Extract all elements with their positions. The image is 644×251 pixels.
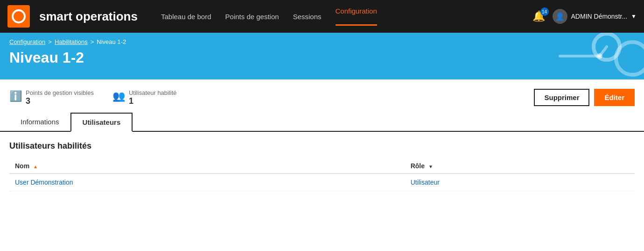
stat-users-value: 1 <box>129 96 177 106</box>
tab-utilisateurs[interactable]: Utilisateurs <box>70 113 133 132</box>
stat-users-label: Utilisateur habilité <box>129 89 177 96</box>
table-header-row: Nom ▲ Rôle ▼ <box>9 158 635 174</box>
section-title: Utilisateurs habilités <box>9 141 635 151</box>
nav-sessions[interactable]: Sessions <box>293 13 322 21</box>
svg-point-4 <box>597 53 602 59</box>
delete-button[interactable]: Supprimer <box>534 89 589 106</box>
users-icon: 👥 <box>112 90 125 102</box>
svg-point-1 <box>616 42 644 75</box>
role-link[interactable]: Utilisateur <box>411 179 440 186</box>
cell-nom: User Démonstration <box>9 174 405 191</box>
user-name: ADMIN Démonstr... <box>571 13 628 20</box>
breadcrumb-current: Niveau 1-2 <box>97 38 126 45</box>
app-title: smart operations <box>39 9 138 24</box>
tabs-row: Informations Utilisateurs <box>0 113 644 132</box>
sort-asc-icon: ▲ <box>33 164 38 169</box>
stat-utilisateurs: 👥 Utilisateur habilité 1 <box>112 89 177 106</box>
banner-svg-deco <box>513 33 644 79</box>
table-row: User Démonstration Utilisateur <box>9 174 635 191</box>
edit-button[interactable]: Éditer <box>594 89 635 106</box>
breadcrumb-configuration[interactable]: Configuration <box>9 38 45 45</box>
orange-logo <box>7 5 30 28</box>
orange-logo-circle <box>12 9 26 23</box>
header-right: 🔔 14 👤 ADMIN Démonstr... ▼ <box>532 9 637 24</box>
nav-points-de-gestion[interactable]: Points de gestion <box>225 13 279 21</box>
breadcrumb-habilitations[interactable]: Habilitations <box>55 38 88 45</box>
cell-role: Utilisateur <box>405 174 635 191</box>
sort-desc-icon: ▼ <box>428 164 433 169</box>
tab-informations[interactable]: Informations <box>9 113 70 131</box>
notification-bell[interactable]: 🔔 14 <box>532 10 545 22</box>
chevron-down-icon: ▼ <box>631 13 637 20</box>
main-nav: Tableau de bord Points de gestion Sessio… <box>161 7 523 26</box>
stat-points-gestion: ℹ️ Points de gestion visibles 3 <box>9 89 94 106</box>
header: smart operations Tableau de bord Points … <box>0 0 644 33</box>
info-icon: ℹ️ <box>9 90 22 102</box>
user-link[interactable]: User Démonstration <box>15 179 73 186</box>
col-role[interactable]: Rôle ▼ <box>405 158 635 174</box>
col-nom[interactable]: Nom ▲ <box>9 158 405 174</box>
nav-configuration[interactable]: Configuration <box>336 7 377 26</box>
action-buttons: Supprimer Éditer <box>534 89 635 106</box>
user-menu[interactable]: 👤 ADMIN Démonstr... ▼ <box>553 9 637 24</box>
nav-tableau-de-bord[interactable]: Tableau de bord <box>161 13 211 21</box>
notification-badge: 14 <box>540 7 549 16</box>
stats-row: ℹ️ Points de gestion visibles 3 👥 Utilis… <box>0 79 644 111</box>
users-table: Nom ▲ Rôle ▼ User Démonstration Utilisat… <box>9 158 635 191</box>
main-content: Utilisateurs habilités Nom ▲ Rôle ▼ User… <box>0 132 644 201</box>
breadcrumb-sep-2: > <box>91 38 94 45</box>
breadcrumb-sep-1: > <box>48 38 52 45</box>
blue-banner: Configuration > Habilitations > Niveau 1… <box>0 33 644 79</box>
stat-points-label: Points de gestion visibles <box>26 89 94 96</box>
banner-decoration <box>504 33 644 79</box>
stat-points-value: 3 <box>26 96 94 106</box>
avatar: 👤 <box>553 9 567 24</box>
